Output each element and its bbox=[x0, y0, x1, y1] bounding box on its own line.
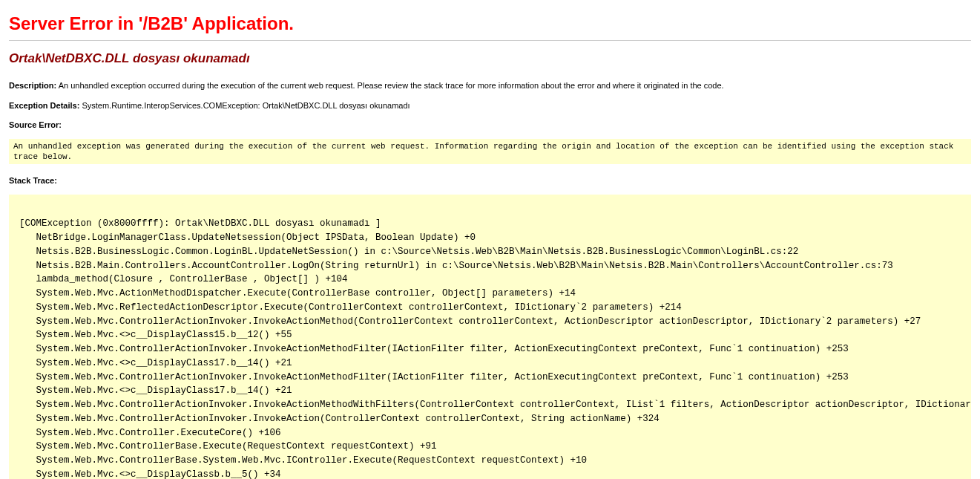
stack-trace-box: [COMException (0x8000ffff): Ortak\NetDBX… bbox=[9, 195, 971, 479]
exception-details-section: Exception Details: System.Runtime.Intero… bbox=[9, 100, 971, 112]
description-label: Description: bbox=[9, 81, 56, 90]
exception-details-label: Exception Details: bbox=[9, 101, 79, 110]
description-text: An unhandled exception occurred during t… bbox=[59, 81, 724, 90]
exception-message: Ortak\NetDBXC.DLL dosyası okunamadı bbox=[9, 51, 971, 66]
description-section: Description: An unhandled exception occu… bbox=[9, 79, 971, 92]
source-error-label: Source Error: bbox=[9, 120, 62, 129]
source-error-box: An unhandled exception was generated dur… bbox=[9, 139, 971, 165]
source-error-section: Source Error: bbox=[9, 119, 971, 131]
stack-trace-label: Stack Trace: bbox=[9, 176, 57, 185]
page-title: Server Error in '/B2B' Application. bbox=[9, 13, 971, 34]
exception-details-text: System.Runtime.InteropServices.COMExcept… bbox=[82, 101, 410, 110]
stack-trace-section: Stack Trace: bbox=[9, 175, 971, 187]
divider bbox=[9, 40, 971, 41]
